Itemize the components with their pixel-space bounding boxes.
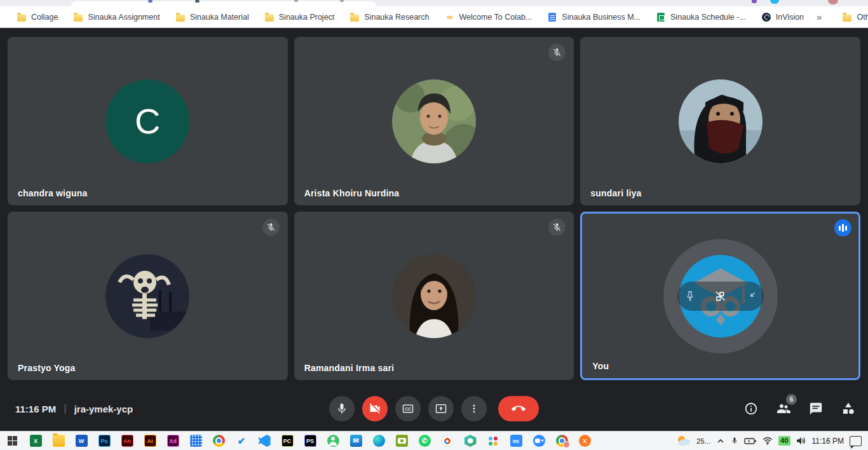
taskbar-app-photoshop[interactable]: Ps: [93, 432, 116, 450]
activities-button[interactable]: [840, 400, 857, 417]
taskbar-app-whatsapp[interactable]: ✆: [413, 432, 436, 450]
end-call-button[interactable]: [498, 396, 539, 421]
illustrator-icon: Ai: [144, 435, 156, 447]
participants-button[interactable]: 6: [775, 400, 792, 417]
bookmark-sinauka-schedule[interactable]: Sinauka Schedule -...: [648, 10, 754, 25]
taskbar-app-xd[interactable]: Xd: [161, 432, 184, 450]
taskbar-app-edge[interactable]: [367, 432, 390, 450]
mic-muted-icon: [548, 44, 566, 61]
chat-button[interactable]: [808, 400, 824, 417]
bookmark-label: Welcome To Colab...: [459, 13, 532, 22]
taskbar-clock[interactable]: 11:16 PM: [812, 437, 844, 446]
taskbar-app-grid[interactable]: [184, 432, 207, 450]
other-bookmarks-label: Other bookmarks: [857, 13, 868, 22]
bookmark-label: Sinauka Assignment: [88, 13, 159, 22]
microphone-button[interactable]: [329, 396, 355, 421]
volume-tray-icon[interactable]: [796, 437, 806, 445]
docs-icon: [547, 12, 557, 22]
taskbar-app-chrome[interactable]: [207, 432, 230, 450]
taskbar-app-illustrator[interactable]: Ai: [139, 432, 161, 450]
weather-icon[interactable]: [677, 436, 691, 446]
mic-muted-icon: [262, 219, 280, 236]
windows-taskbar: XWPsAnAiXd✔PCPS✉✆ocX 25... 40 11:16 PM: [0, 431, 868, 450]
omnibox-fragment: [148, 0, 153, 3]
participant-tile-chandra-wiguna[interactable]: C chandra wiguna: [8, 37, 288, 205]
taskbar-app-check[interactable]: ✔: [230, 432, 253, 450]
taskbar-app-excel[interactable]: X: [24, 432, 47, 450]
system-tray: 25... 40 11:16 PM: [677, 432, 868, 450]
taskbar-app-person[interactable]: [322, 432, 344, 450]
taskbar-app-explorer[interactable]: [47, 432, 70, 450]
explorer-icon: [53, 435, 65, 447]
taskbar-app-animate[interactable]: An: [116, 432, 139, 450]
extension-icon[interactable]: [770, 0, 779, 4]
photo-avatar: [392, 79, 476, 163]
bookmark-label: Sinauka Research: [364, 13, 429, 22]
initial-avatar: C: [105, 79, 189, 163]
vscode-icon: [259, 435, 271, 447]
clock: 11:16 PM: [15, 404, 56, 414]
taskbar-app-hex[interactable]: [459, 432, 482, 450]
invision-icon: [761, 12, 771, 22]
taskbar-app-pinwheel[interactable]: [482, 432, 505, 450]
taskbar-app-xampp[interactable]: X: [573, 432, 596, 450]
bookmark-sinauka-project[interactable]: Sinauka Project: [257, 10, 342, 25]
meeting-details-button[interactable]: [743, 400, 759, 417]
more-options-button[interactable]: [461, 396, 487, 421]
bookmark-sinauka-assignment[interactable]: Sinauka Assignment: [65, 10, 167, 25]
bookmark-sinauka-research[interactable]: Sinauka Research: [342, 10, 437, 25]
microphone-tray-icon[interactable]: [731, 436, 738, 446]
chrome-icon: [213, 435, 225, 447]
wifi-tray-icon[interactable]: [763, 437, 773, 445]
bookmark-label: InVision: [776, 13, 804, 22]
taskbar-app-mail[interactable]: ✉: [344, 432, 367, 450]
participant-tile-ramandani[interactable]: Ramandani Irma sari: [294, 212, 574, 380]
present-button[interactable]: [428, 396, 454, 421]
participant-tile-you[interactable]: You: [580, 212, 860, 380]
animate-icon: An: [121, 435, 133, 447]
taskbar-app-word[interactable]: W: [70, 432, 93, 450]
bookmark-sinauka-material[interactable]: Sinauka Material: [168, 10, 257, 25]
extension-icon[interactable]: [752, 0, 757, 3]
minimize-icon[interactable]: [745, 290, 757, 302]
bookmark-label: Sinauka Material: [190, 13, 249, 22]
person-icon: [327, 435, 339, 447]
battery-percent-badge[interactable]: 40: [778, 436, 790, 446]
participant-tile-sundari-liya[interactable]: sundari liya: [580, 37, 860, 205]
participant-name: Arista Khoiru Nurdina: [304, 188, 400, 198]
xampp-icon: X: [579, 435, 591, 447]
captions-button[interactable]: CC: [395, 396, 421, 421]
camera-off-button[interactable]: [362, 396, 388, 421]
picture-in-picture-off-icon[interactable]: [714, 290, 726, 302]
bookmark-welcome-to-colab[interactable]: ∞Welcome To Colab...: [437, 10, 539, 25]
taskbar-app-bluecam[interactable]: [527, 432, 550, 450]
bookmark-collage[interactable]: Collage: [9, 10, 65, 25]
photo-avatar: [679, 79, 763, 163]
taskbar-app-vscode[interactable]: [253, 432, 276, 450]
tray-chevron-icon[interactable]: [716, 437, 725, 445]
pin-icon[interactable]: [684, 290, 696, 302]
battery-tray-icon[interactable]: [744, 437, 757, 445]
bookmark-sinauka-business-m[interactable]: Sinauka Business M...: [539, 10, 648, 25]
chrome2-icon: [556, 435, 568, 447]
taskbar-app-oc[interactable]: oc: [505, 432, 527, 450]
folder-icon: [349, 12, 360, 22]
start-button[interactable]: [0, 432, 24, 450]
taskbar-app-camtasia[interactable]: [436, 432, 459, 450]
weather-temp[interactable]: 25...: [696, 437, 710, 445]
participant-tile-prastyo-yoga[interactable]: Prastyo Yoga: [8, 212, 288, 380]
taskbar-app-chrome2[interactable]: [550, 432, 573, 450]
meeting-code: jra-ymek-ycp: [74, 404, 133, 414]
participant-tile-arista[interactable]: Arista Khoiru Nurdina: [294, 37, 574, 205]
folder-icon: [842, 12, 852, 22]
taskbar-app-phpstorm[interactable]: PS: [299, 432, 322, 450]
bookmarks-overflow-chevron[interactable]: »: [811, 11, 827, 22]
bookmark-label: Sinauka Business M...: [562, 13, 641, 22]
other-bookmarks[interactable]: Other bookmarks: [834, 10, 868, 25]
taskbar-app-pycharm[interactable]: PC: [276, 432, 299, 450]
action-center-icon[interactable]: [850, 436, 862, 446]
profile-avatar[interactable]: [828, 0, 838, 4]
bookmark-invision[interactable]: InVision: [754, 10, 811, 25]
taskbar-apps: XWPsAnAiXd✔PCPS✉✆ocX: [24, 432, 596, 450]
taskbar-app-cam[interactable]: [390, 432, 413, 450]
